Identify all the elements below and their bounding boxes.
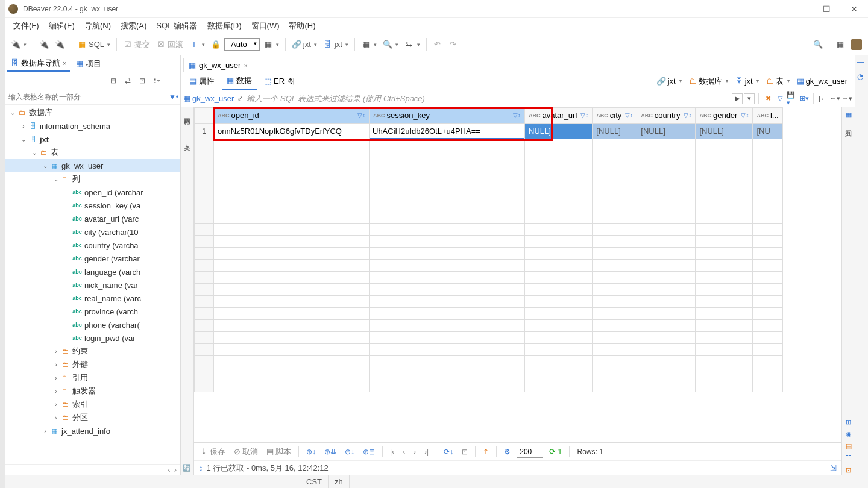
nav-first-button[interactable]: |← [817, 93, 828, 104]
vtab-text[interactable]: 文本 [181, 135, 193, 142]
export-result-button[interactable]: ⇲ [830, 463, 837, 472]
col-header-city[interactable]: ABCcity▽↕ [593, 108, 637, 124]
datasource-combo[interactable]: 🔗jxt [289, 38, 319, 51]
connect-button[interactable]: 🔌 [37, 38, 51, 51]
vtab-record[interactable]: 🔄 [182, 460, 192, 475]
col-header-country[interactable]: ABCcountry▽↕ [637, 108, 696, 124]
panel-toggle-button[interactable]: ▦ [844, 110, 854, 119]
editor-tab-gk-wx-user[interactable]: ▦gk_wx_user× [183, 58, 253, 72]
toolbar-btn-b[interactable]: 🔍 [380, 38, 401, 51]
fetch-button[interactable]: ⊡ [459, 446, 470, 457]
cell-city[interactable]: [NULL] [593, 124, 637, 139]
data-grid[interactable]: ABCopen_id▽↕ ABCsession_key▽↕ ABCavatar_… [194, 107, 841, 442]
cell-editor-input[interactable] [370, 124, 524, 139]
col-header-avatar-url[interactable]: ABCavatar_url▽↕ [525, 108, 593, 124]
settings-button[interactable]: ⚙ [502, 446, 513, 457]
tree-node-gk-wx-user[interactable]: ▦gk_wx_user [5, 159, 180, 172]
lock-button[interactable]: 🔒 [209, 38, 223, 51]
page-size-input[interactable] [517, 446, 543, 458]
corner-cell[interactable] [195, 108, 214, 124]
add-row-button[interactable]: ⊕↓ [304, 446, 318, 457]
minimize-view-button[interactable]: — [857, 58, 867, 67]
menu-file[interactable]: 文件(F) [10, 19, 43, 33]
toolbar-btn-c[interactable]: ⇆ [402, 38, 423, 51]
maximize-button[interactable]: ☐ [813, 0, 840, 18]
cell-last[interactable]: [NU [753, 124, 782, 139]
cell-avatar-url[interactable]: NULL] [525, 124, 593, 139]
nav-refresh-button[interactable]: ⊡ [136, 74, 149, 87]
subtab-er[interactable]: ⬚ER 图 [259, 74, 300, 89]
filter-apply-button[interactable]: ▶ [732, 93, 743, 104]
cell-open-id[interactable]: onnNz5R01NopIkG6gfvTDyErfYCQ [214, 124, 370, 139]
crumb-connection[interactable]: 🔗jxt [653, 75, 685, 87]
schema-combo[interactable]: 🗄jxt [321, 38, 351, 51]
panel-calc-button[interactable]: ▤ [844, 441, 854, 451]
first-page-button[interactable]: |‹ [388, 446, 397, 457]
nav-prev-button[interactable]: ←▾ [829, 93, 840, 104]
menu-sql-editor[interactable]: SQL 编辑器 [153, 19, 201, 33]
nav-next-button[interactable]: →▾ [841, 93, 852, 104]
cell-country[interactable]: [NULL] [637, 124, 696, 139]
tx-isolation-button[interactable]: ▦ [261, 38, 281, 51]
panel-chart-button[interactable]: ☷ [844, 453, 854, 463]
commit-button[interactable]: ☑提交 [121, 37, 153, 52]
filter-clear-button[interactable]: ✖ [763, 93, 773, 104]
dup-row-button[interactable]: ⊕⇊ [322, 446, 339, 457]
vtab-grid[interactable]: 网格 [181, 110, 193, 117]
save-button[interactable]: ⭳保存 [198, 445, 228, 458]
crumb-tables[interactable]: 🗀表 [763, 75, 793, 88]
expand-filter-button[interactable]: ⤢ [237, 95, 243, 102]
filter-panels-button[interactable]: ⊞▾ [799, 93, 810, 104]
menu-window[interactable]: 窗口(W) [248, 19, 283, 33]
col-header-session-key[interactable]: ABCsession_key▽↕ [370, 108, 525, 124]
filter-history-button[interactable]: ▾ [744, 93, 755, 104]
close-icon[interactable]: × [63, 60, 66, 67]
panel-grid-button[interactable]: ⊞ [844, 417, 854, 427]
back-button[interactable]: ↶ [430, 38, 445, 51]
prev-page-button[interactable]: ‹ [400, 446, 407, 457]
col-header-more[interactable]: ABCl... [753, 108, 782, 124]
filter-funnel-button[interactable]: ▽ [775, 93, 785, 104]
subtab-properties[interactable]: ▤属性 [184, 74, 219, 89]
col-header-gender[interactable]: ABCgender▽↕ [696, 108, 753, 124]
dashboard-icon[interactable]: ◔ [857, 72, 867, 82]
disconnect-button[interactable]: 🔌 [52, 38, 67, 51]
nav-min-button[interactable]: — [165, 74, 178, 87]
del-row-button[interactable]: ⊖↓ [342, 446, 357, 457]
next-page-button[interactable]: › [411, 446, 418, 457]
perspective-button[interactable]: ▦ [833, 38, 848, 51]
copy-row-button[interactable]: ⊕⊟ [360, 446, 377, 457]
cell-gender[interactable]: [NULL] [696, 124, 753, 139]
new-connection-button[interactable]: 🔌 [8, 38, 29, 51]
crumb-table[interactable]: ▦gk_wx_user [793, 75, 851, 87]
col-header-open-id[interactable]: ABCopen_id▽↕ [214, 108, 370, 124]
menu-navigate[interactable]: 导航(N) [81, 19, 115, 33]
crumb-database[interactable]: 🗀数据库 [685, 75, 732, 88]
last-page-button[interactable]: ›| [422, 446, 431, 457]
menu-help[interactable]: 帮助(H) [285, 19, 319, 33]
nav-link-button[interactable]: ⇄ [121, 74, 134, 87]
tx-mode-button[interactable]: T [187, 38, 207, 51]
panel-meta-button[interactable]: ⊡ [844, 465, 854, 475]
cancel-button[interactable]: ⊘取消 [231, 445, 260, 458]
nav-collapse-button[interactable]: ⊟ [107, 74, 120, 87]
script-button[interactable]: ▤脚本 [264, 445, 294, 458]
dbeaver-logo-button[interactable] [849, 37, 864, 52]
minimize-button[interactable]: — [785, 0, 813, 18]
menu-edit[interactable]: 编辑(E) [45, 19, 78, 33]
sql-editor-button[interactable]: ▦SQL [75, 38, 113, 51]
refresh-row-button[interactable]: ⟳↓ [441, 446, 456, 457]
nav-menu-button[interactable]: ⫶▾ [150, 74, 163, 87]
nav-tab-database[interactable]: 🗄数据库导航× [7, 56, 70, 72]
forward-button[interactable]: ↷ [446, 38, 461, 51]
rollback-button[interactable]: ☒回滚 [154, 37, 186, 52]
vtab-columns[interactable]: 回列 [844, 122, 853, 129]
filter-save-button[interactable]: 💾▾ [787, 93, 797, 104]
cell-session-key[interactable] [370, 124, 525, 139]
search-button[interactable]: 🔍 [811, 38, 825, 51]
subtab-data[interactable]: ▦数据 [222, 73, 257, 90]
toolbar-btn-a[interactable]: ▦ [359, 38, 379, 51]
filter-input[interactable]: 输入一个 SQL 表达式来过滤结果 (使用 Ctrl+Space) [247, 93, 728, 104]
crumb-schema[interactable]: 🗄jxt [732, 75, 763, 87]
close-icon[interactable]: × [244, 62, 247, 69]
